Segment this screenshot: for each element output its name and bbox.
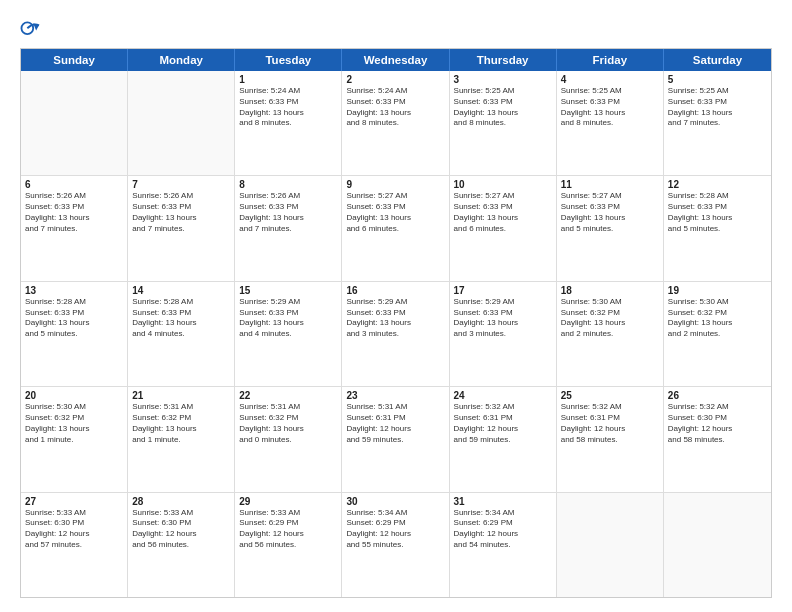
calendar-day-empty: [21, 71, 128, 175]
calendar-header: SundayMondayTuesdayWednesdayThursdayFrid…: [21, 49, 771, 71]
day-info: Sunrise: 5:26 AM Sunset: 6:33 PM Dayligh…: [239, 191, 337, 234]
day-number: 27: [25, 496, 123, 507]
day-number: 22: [239, 390, 337, 401]
day-info: Sunrise: 5:29 AM Sunset: 6:33 PM Dayligh…: [454, 297, 552, 340]
day-number: 3: [454, 74, 552, 85]
logo-icon: [20, 18, 42, 40]
day-number: 19: [668, 285, 767, 296]
calendar-day-4: 4Sunrise: 5:25 AM Sunset: 6:33 PM Daylig…: [557, 71, 664, 175]
day-info: Sunrise: 5:28 AM Sunset: 6:33 PM Dayligh…: [668, 191, 767, 234]
calendar-day-3: 3Sunrise: 5:25 AM Sunset: 6:33 PM Daylig…: [450, 71, 557, 175]
day-info: Sunrise: 5:34 AM Sunset: 6:29 PM Dayligh…: [346, 508, 444, 551]
day-number: 11: [561, 179, 659, 190]
calendar-day-14: 14Sunrise: 5:28 AM Sunset: 6:33 PM Dayli…: [128, 282, 235, 386]
day-number: 13: [25, 285, 123, 296]
day-info: Sunrise: 5:32 AM Sunset: 6:31 PM Dayligh…: [454, 402, 552, 445]
calendar-day-13: 13Sunrise: 5:28 AM Sunset: 6:33 PM Dayli…: [21, 282, 128, 386]
calendar-day-15: 15Sunrise: 5:29 AM Sunset: 6:33 PM Dayli…: [235, 282, 342, 386]
day-number: 17: [454, 285, 552, 296]
day-info: Sunrise: 5:31 AM Sunset: 6:32 PM Dayligh…: [239, 402, 337, 445]
calendar-day-1: 1Sunrise: 5:24 AM Sunset: 6:33 PM Daylig…: [235, 71, 342, 175]
calendar-day-17: 17Sunrise: 5:29 AM Sunset: 6:33 PM Dayli…: [450, 282, 557, 386]
calendar-day-26: 26Sunrise: 5:32 AM Sunset: 6:30 PM Dayli…: [664, 387, 771, 491]
calendar-day-19: 19Sunrise: 5:30 AM Sunset: 6:32 PM Dayli…: [664, 282, 771, 386]
day-info: Sunrise: 5:33 AM Sunset: 6:30 PM Dayligh…: [132, 508, 230, 551]
day-info: Sunrise: 5:29 AM Sunset: 6:33 PM Dayligh…: [346, 297, 444, 340]
day-number: 23: [346, 390, 444, 401]
weekday-header-wednesday: Wednesday: [342, 49, 449, 71]
calendar-row-5: 27Sunrise: 5:33 AM Sunset: 6:30 PM Dayli…: [21, 493, 771, 597]
day-number: 6: [25, 179, 123, 190]
calendar-day-empty: [664, 493, 771, 597]
day-number: 29: [239, 496, 337, 507]
day-info: Sunrise: 5:26 AM Sunset: 6:33 PM Dayligh…: [132, 191, 230, 234]
day-number: 18: [561, 285, 659, 296]
day-info: Sunrise: 5:33 AM Sunset: 6:29 PM Dayligh…: [239, 508, 337, 551]
day-number: 10: [454, 179, 552, 190]
day-number: 21: [132, 390, 230, 401]
calendar-row-3: 13Sunrise: 5:28 AM Sunset: 6:33 PM Dayli…: [21, 282, 771, 387]
calendar-day-12: 12Sunrise: 5:28 AM Sunset: 6:33 PM Dayli…: [664, 176, 771, 280]
day-info: Sunrise: 5:29 AM Sunset: 6:33 PM Dayligh…: [239, 297, 337, 340]
calendar-day-30: 30Sunrise: 5:34 AM Sunset: 6:29 PM Dayli…: [342, 493, 449, 597]
day-number: 15: [239, 285, 337, 296]
day-number: 24: [454, 390, 552, 401]
day-info: Sunrise: 5:28 AM Sunset: 6:33 PM Dayligh…: [25, 297, 123, 340]
calendar-day-29: 29Sunrise: 5:33 AM Sunset: 6:29 PM Dayli…: [235, 493, 342, 597]
day-number: 16: [346, 285, 444, 296]
calendar-day-23: 23Sunrise: 5:31 AM Sunset: 6:31 PM Dayli…: [342, 387, 449, 491]
calendar-day-2: 2Sunrise: 5:24 AM Sunset: 6:33 PM Daylig…: [342, 71, 449, 175]
calendar-day-31: 31Sunrise: 5:34 AM Sunset: 6:29 PM Dayli…: [450, 493, 557, 597]
calendar-day-11: 11Sunrise: 5:27 AM Sunset: 6:33 PM Dayli…: [557, 176, 664, 280]
day-number: 20: [25, 390, 123, 401]
calendar-day-empty: [557, 493, 664, 597]
calendar-row-1: 1Sunrise: 5:24 AM Sunset: 6:33 PM Daylig…: [21, 71, 771, 176]
day-number: 28: [132, 496, 230, 507]
day-info: Sunrise: 5:28 AM Sunset: 6:33 PM Dayligh…: [132, 297, 230, 340]
logo: [20, 18, 46, 40]
day-info: Sunrise: 5:25 AM Sunset: 6:33 PM Dayligh…: [668, 86, 767, 129]
calendar-day-7: 7Sunrise: 5:26 AM Sunset: 6:33 PM Daylig…: [128, 176, 235, 280]
day-number: 1: [239, 74, 337, 85]
calendar-day-22: 22Sunrise: 5:31 AM Sunset: 6:32 PM Dayli…: [235, 387, 342, 491]
weekday-header-monday: Monday: [128, 49, 235, 71]
day-number: 8: [239, 179, 337, 190]
day-number: 31: [454, 496, 552, 507]
calendar-row-2: 6Sunrise: 5:26 AM Sunset: 6:33 PM Daylig…: [21, 176, 771, 281]
day-info: Sunrise: 5:30 AM Sunset: 6:32 PM Dayligh…: [25, 402, 123, 445]
weekday-header-thursday: Thursday: [450, 49, 557, 71]
calendar-day-24: 24Sunrise: 5:32 AM Sunset: 6:31 PM Dayli…: [450, 387, 557, 491]
day-info: Sunrise: 5:32 AM Sunset: 6:30 PM Dayligh…: [668, 402, 767, 445]
day-number: 9: [346, 179, 444, 190]
day-info: Sunrise: 5:34 AM Sunset: 6:29 PM Dayligh…: [454, 508, 552, 551]
day-number: 30: [346, 496, 444, 507]
header: [20, 18, 772, 40]
weekday-header-tuesday: Tuesday: [235, 49, 342, 71]
day-info: Sunrise: 5:30 AM Sunset: 6:32 PM Dayligh…: [668, 297, 767, 340]
calendar-day-10: 10Sunrise: 5:27 AM Sunset: 6:33 PM Dayli…: [450, 176, 557, 280]
day-number: 5: [668, 74, 767, 85]
calendar-day-6: 6Sunrise: 5:26 AM Sunset: 6:33 PM Daylig…: [21, 176, 128, 280]
calendar-day-25: 25Sunrise: 5:32 AM Sunset: 6:31 PM Dayli…: [557, 387, 664, 491]
calendar-day-empty: [128, 71, 235, 175]
day-info: Sunrise: 5:25 AM Sunset: 6:33 PM Dayligh…: [454, 86, 552, 129]
day-info: Sunrise: 5:24 AM Sunset: 6:33 PM Dayligh…: [239, 86, 337, 129]
calendar-day-5: 5Sunrise: 5:25 AM Sunset: 6:33 PM Daylig…: [664, 71, 771, 175]
calendar-day-16: 16Sunrise: 5:29 AM Sunset: 6:33 PM Dayli…: [342, 282, 449, 386]
calendar-day-8: 8Sunrise: 5:26 AM Sunset: 6:33 PM Daylig…: [235, 176, 342, 280]
calendar-day-27: 27Sunrise: 5:33 AM Sunset: 6:30 PM Dayli…: [21, 493, 128, 597]
day-number: 26: [668, 390, 767, 401]
day-number: 4: [561, 74, 659, 85]
day-number: 7: [132, 179, 230, 190]
day-info: Sunrise: 5:30 AM Sunset: 6:32 PM Dayligh…: [561, 297, 659, 340]
day-info: Sunrise: 5:31 AM Sunset: 6:32 PM Dayligh…: [132, 402, 230, 445]
day-info: Sunrise: 5:24 AM Sunset: 6:33 PM Dayligh…: [346, 86, 444, 129]
day-info: Sunrise: 5:27 AM Sunset: 6:33 PM Dayligh…: [346, 191, 444, 234]
day-number: 14: [132, 285, 230, 296]
day-info: Sunrise: 5:27 AM Sunset: 6:33 PM Dayligh…: [561, 191, 659, 234]
weekday-header-friday: Friday: [557, 49, 664, 71]
calendar-day-9: 9Sunrise: 5:27 AM Sunset: 6:33 PM Daylig…: [342, 176, 449, 280]
day-number: 25: [561, 390, 659, 401]
calendar-body: 1Sunrise: 5:24 AM Sunset: 6:33 PM Daylig…: [21, 71, 771, 597]
calendar-day-21: 21Sunrise: 5:31 AM Sunset: 6:32 PM Dayli…: [128, 387, 235, 491]
